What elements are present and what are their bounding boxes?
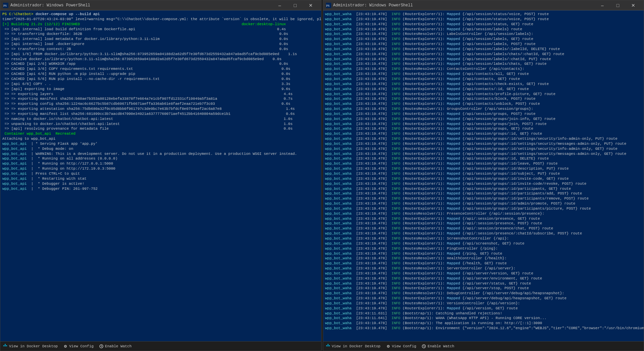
- left-line-12: => CACHED [api 4/6] RUN python -m pip in…: [2, 72, 319, 77]
- left-line-33: wpp_bot_api | * Restarting with stat: [2, 176, 319, 181]
- left-line-23: => [api] resolving provenance for metada…: [2, 126, 319, 131]
- svg-line-21: [424, 346, 425, 347]
- r-line-55: wpp_bot_waha [23:43:19.478] INFO (Router…: [325, 286, 642, 291]
- right-maximize-button[interactable]: □: [610, 0, 626, 10]
- left-line-8: => [api 1/6] FROM docker.io/library/pyth…: [2, 52, 319, 57]
- r-line-60: wpp_bot_waha [23:43:11.631] INFO (Bootst…: [325, 311, 642, 316]
- svg-line-10: [101, 346, 102, 347]
- terminal-windows-container: PS Administrador: Windows PowerShell – □…: [0, 0, 644, 351]
- left-line-35: wpp_bot_api | * Debugger PIN: 261-997-75…: [2, 186, 319, 191]
- left-line-13: => CACHED [api 5/6] RUN pip install --no…: [2, 77, 319, 82]
- left-close-button[interactable]: ✕: [303, 0, 318, 10]
- right-enable-watch-link[interactable]: Enable Watch: [422, 344, 454, 349]
- r-line-26: wpp_bot_waha [23:43:19.478] INFO (Router…: [325, 141, 642, 146]
- r-line-16: wpp_bot_waha [23:43:19.478] INFO (Router…: [325, 92, 642, 97]
- r-line-7: wpp_bot_waha [23:43:19.478] INFO (Router…: [325, 47, 642, 52]
- left-maximize-button[interactable]: □: [288, 0, 303, 10]
- left-line-0: PS C:\Chatbot> docker-compose up --build…: [2, 12, 319, 17]
- right-terminal-body[interactable]: wpp_bot_waha [23:43:19.478] INFO (Router…: [323, 10, 644, 341]
- left-line-24: Container wpp_bot_api Recreated: [2, 131, 319, 136]
- left-line-1: time="2025-01-07T20:43:24-03:00" level=w…: [2, 17, 319, 22]
- r-line-14: wpp_bot_waha [23:43:19.478] INFO (Router…: [325, 82, 642, 87]
- right-enable-watch-label: Enable Watch: [428, 344, 454, 348]
- r-line-37: wpp_bot_waha [23:43:19.478] INFO (Router…: [325, 196, 642, 201]
- svg-text:PS: PS: [326, 4, 330, 7]
- left-line-4: => => transferring dockerfile: 362B 0.0s: [2, 32, 319, 37]
- docker-icon-right: [326, 344, 331, 349]
- r-line-47: wpp_bot_waha [23:43:19.478] INFO (Routes…: [325, 246, 642, 251]
- right-close-button[interactable]: ✕: [626, 0, 641, 10]
- watch-icon-left: [99, 344, 104, 349]
- left-line-14: => [api 6/6] COPY . . 3.3s: [2, 82, 319, 87]
- svg-rect-2: [3, 345, 4, 346]
- r-line-28: wpp_bot_waha [23:43:19.478] INFO (Router…: [325, 151, 642, 157]
- r-line-56: wpp_bot_waha [23:43:19.478] INFO (Routes…: [325, 291, 642, 296]
- powershell-icon-right: PS: [326, 3, 331, 8]
- left-line-27: wpp_bot_api | * Debug mode: on: [2, 146, 319, 151]
- r-line-53: wpp_bot_waha [23:43:19.478] INFO (Router…: [325, 276, 642, 281]
- right-footer: View in Docker Desktop View Config Enabl…: [323, 341, 644, 351]
- left-line-6: => [api internal] load .dockerignore 0.0…: [2, 42, 319, 47]
- left-line-11: => CACHED [api 3/6] COPY requirements.tx…: [2, 67, 319, 72]
- r-line-51: wpp_bot_waha [23:43:19.478] INFO (Routes…: [325, 266, 642, 271]
- r-line-5: wpp_bot_waha [23:43:19.478] INFO (Router…: [325, 37, 642, 42]
- r-line-3: wpp_bot_waha [23:43:19.478] INFO (Router…: [325, 27, 642, 32]
- left-terminal-body[interactable]: PS C:\Chatbot> docker-compose up --build…: [0, 10, 321, 341]
- right-terminal: PS Administrador: Windows PowerShell – □…: [323, 0, 644, 351]
- r-line-35: wpp_bot_waha [23:43:19.478] INFO (Router…: [325, 186, 642, 191]
- left-line-19: => => exporting attestation sha256:75db6…: [2, 106, 319, 112]
- left-window-controls: – □ ✕: [272, 0, 318, 10]
- left-line-32: wpp_bot_api | Press CTRL+C to quit: [2, 171, 319, 176]
- left-line-22: => unpacking to docker.io/chatbot/chatbo…: [2, 122, 319, 127]
- svg-rect-4: [5, 344, 6, 345]
- left-line-26: wpp_bot_api | * Serving Flask app 'app.p…: [2, 141, 319, 146]
- right-view-config-link[interactable]: View Config: [386, 344, 416, 349]
- left-docker-desktop-link[interactable]: View in Docker Desktop: [3, 344, 58, 349]
- left-line-17: => => exporting manifest sha256:b60ae7b3…: [2, 96, 319, 101]
- right-docker-desktop-link[interactable]: View in Docker Desktop: [326, 344, 381, 349]
- r-line-4: wpp_bot_waha [23:43:19.478] INFO (Routes…: [325, 32, 642, 37]
- r-line-58: wpp_bot_waha [23:43:19.478] INFO (Routes…: [325, 301, 642, 306]
- left-line-2: [+] Building 21.2s (12/12) FINISHED dock…: [2, 22, 319, 27]
- right-title-bar: PS Administrador: Windows PowerShell – □…: [323, 0, 644, 10]
- r-line-63: wpp_bot_waha [23:43:19.478] INFO (Bootst…: [325, 326, 642, 331]
- r-line-8: wpp_bot_waha [23:43:19.478] INFO (Router…: [325, 52, 642, 57]
- r-line-61: wpp_bot_waha [23:43:11.641] INFO (Bootst…: [325, 316, 642, 321]
- r-line-36: wpp_bot_waha [23:43:19.478] INFO (Router…: [325, 191, 642, 196]
- svg-rect-16: [329, 345, 330, 346]
- r-line-2: wpp_bot_waha [23:43:19.478] INFO (Router…: [325, 22, 642, 27]
- left-line-25: Attaching to wpp_bot_api: [2, 136, 319, 141]
- left-enable-watch-link[interactable]: Enable Watch: [99, 344, 132, 349]
- r-line-19: wpp_bot_waha [23:43:19.478] INFO (Routes…: [325, 106, 642, 112]
- svg-rect-5: [6, 345, 7, 346]
- r-line-52: wpp_bot_waha [23:43:19.478] INFO (Router…: [325, 271, 642, 276]
- config-icon-right: [386, 344, 391, 349]
- left-window-title: Administrador: Windows PowerShell: [10, 3, 272, 8]
- left-line-30: wpp_bot_api | * Running on http://127.0.…: [2, 161, 319, 166]
- r-line-32: wpp_bot_waha [23:43:19.478] INFO (Router…: [325, 171, 642, 176]
- r-line-34: wpp_bot_waha [23:43:19.478] INFO (Router…: [325, 181, 642, 186]
- right-minimize-button[interactable]: –: [595, 0, 610, 10]
- svg-point-18: [388, 346, 389, 347]
- r-line-12: wpp_bot_waha [23:43:19.478] INFO (Router…: [325, 72, 642, 77]
- left-view-config-link[interactable]: View Config: [63, 344, 94, 349]
- left-docker-desktop-label: View in Docker Desktop: [9, 344, 58, 348]
- left-minimize-button[interactable]: –: [272, 0, 288, 10]
- r-line-38: wpp_bot_waha [23:43:19.478] INFO (Router…: [325, 201, 642, 206]
- left-line-5: => [api internal] load metadata for dock…: [2, 37, 319, 42]
- r-line-33: wpp_bot_waha [23:43:19.478] INFO (Router…: [325, 176, 642, 181]
- r-line-45: wpp_bot_waha [23:43:19.478] INFO (Routes…: [325, 236, 642, 241]
- r-line-11: wpp_bot_waha [23:43:19.478] INFO (Routes…: [325, 67, 642, 72]
- powershell-icon-left: PS: [3, 3, 8, 8]
- r-line-44: wpp_bot_waha [23:43:19.478] INFO (Router…: [325, 231, 642, 236]
- r-line-25: wpp_bot_waha [23:43:19.478] INFO (Router…: [325, 136, 642, 141]
- right-view-config-label: View Config: [392, 344, 416, 348]
- left-line-29: wpp_bot_api | * Running on all addresses…: [2, 156, 319, 161]
- r-line-57: wpp_bot_waha [23:43:19.478] INFO (Router…: [325, 296, 642, 301]
- r-line-59: wpp_bot_waha [23:43:19.478] INFO (Router…: [325, 306, 642, 311]
- left-line-28: wpp_bot_api | WARNING: This is a develop…: [2, 151, 319, 157]
- r-line-43: wpp_bot_waha [23:43:19.478] INFO (Router…: [325, 226, 642, 231]
- left-line-3: => [api internal] load build definition …: [2, 27, 319, 32]
- svg-rect-14: [328, 345, 329, 346]
- svg-rect-13: [326, 345, 327, 346]
